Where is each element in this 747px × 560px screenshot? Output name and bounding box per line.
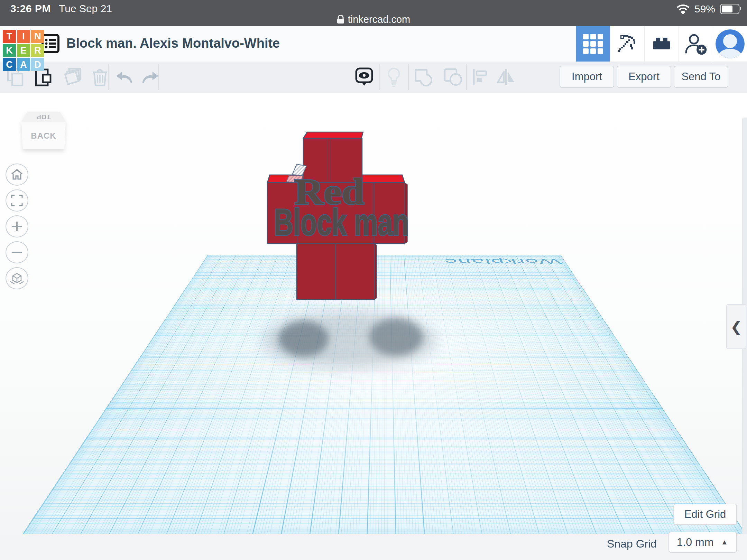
lightbulb-icon [387,67,401,87]
chevron-left-icon: ❮ [730,318,742,335]
redo-button[interactable] [139,66,160,88]
fit-view-button[interactable] [6,189,28,212]
header-actions [576,26,747,62]
dashboard-grid-button[interactable] [576,26,610,62]
snap-grid-select[interactable]: 1.0 mm ▲ [668,532,737,553]
view-cube-back-face[interactable]: BACK [21,122,66,149]
snap-grid-value: 1.0 mm [669,536,721,549]
model-shadow [279,321,329,357]
account-avatar-button[interactable] [713,26,747,62]
battery-icon [720,4,739,14]
send-to-button[interactable]: Send To [674,66,728,88]
ios-status-bar: 3:26 PM Tue Sep 21 tinkercad.com 59% [0,0,747,26]
show-all-button[interactable] [353,66,375,88]
snap-grid-label: Snap Grid [607,538,657,550]
show-all-icon [355,67,374,87]
group-icon [414,68,434,86]
logo-tile-T: T [3,30,16,43]
design-canvas[interactable]: Workplane [0,93,747,560]
logo-tile-D: D [31,58,44,71]
open-panel-button[interactable]: ❮ [726,304,746,349]
undo-button[interactable] [114,66,136,88]
logo-tile-K: K [3,44,16,57]
toolbar-divider [408,64,409,90]
mirror-button[interactable] [495,66,517,88]
browser-url-bar[interactable]: tinkercad.com [0,14,747,25]
zoom-out-button[interactable] [6,241,28,263]
view-cube-top-face[interactable]: TOP [21,112,66,122]
dashboard-grid-icon [583,34,603,54]
model-shadow [369,318,423,356]
tinkercad-minecraft-button[interactable] [610,26,644,62]
brick-mode-button[interactable] [644,26,679,62]
ungroup-button[interactable] [443,66,464,88]
tinkercad-app: 3:26 PM Tue Sep 21 tinkercad.com 59% TIN… [0,0,747,560]
mirror-icon [496,68,516,86]
minecraft-pickaxe-icon [617,33,638,55]
edit-toolbar: Import Export Send To [0,62,747,93]
url-text: tinkercad.com [348,14,411,25]
head-top-face [303,132,363,138]
model-text-blockman: Block man [274,201,409,243]
logo-tile-I: I [17,30,30,43]
delete-button[interactable] [89,66,111,88]
group-button[interactable] [413,66,434,88]
align-icon [472,68,489,86]
logo-tile-A: A [17,58,30,71]
logo-tile-N: N [31,30,44,43]
battery-fill [722,6,732,12]
redo-icon [140,69,159,85]
view-cube[interactable]: TOP BACK [21,112,66,150]
zoom-in-button[interactable] [6,215,28,237]
lock-icon [337,15,344,24]
toolbar-divider [158,64,159,90]
tinkercad-logo[interactable]: TINKERCAD [3,30,46,73]
undo-icon [115,69,135,85]
caret-up-icon: ▲ [721,538,736,546]
minus-icon [11,246,23,258]
plus-icon [11,221,23,232]
logo-tile-E: E [17,44,30,57]
trash-icon [92,67,108,87]
home-icon [11,169,23,180]
perspective-cube-icon [10,272,24,284]
light-button[interactable] [383,66,405,88]
status-indicators: 59% [676,2,739,16]
clock: 3:26 PM [10,3,51,15]
export-button[interactable]: Export [617,66,671,88]
ungroup-icon [443,68,463,86]
perspective-toggle-button[interactable] [6,267,28,289]
fit-view-icon [11,195,23,206]
battery-percent: 59% [694,3,715,15]
edit-grid-button[interactable]: Edit Grid [673,504,737,525]
brick-icon [651,33,672,55]
duplicate-icon [63,67,82,87]
logo-tile-R: R [31,44,44,57]
legs-side-face [375,244,377,299]
design-title[interactable]: Block man. Alexis Montalvo-White [66,36,280,51]
toolbar-divider [379,64,380,90]
align-button[interactable] [470,66,491,88]
toolbar-divider [466,64,467,90]
block-man-model[interactable]: Red Block man [0,93,747,560]
home-view-button[interactable] [6,164,28,186]
import-button[interactable]: Import [560,66,614,88]
avatar [716,29,745,58]
app-header: TINKERCAD Block man. Alexis Montalvo-Whi… [0,26,747,62]
add-person-button[interactable] [679,26,713,62]
wifi-icon [676,4,690,14]
logo-tile-C: C [3,58,16,71]
add-person-icon [684,32,708,55]
date: Tue Sep 21 [59,3,112,15]
toolbar-divider [108,64,109,90]
duplicate-button[interactable] [62,66,83,88]
